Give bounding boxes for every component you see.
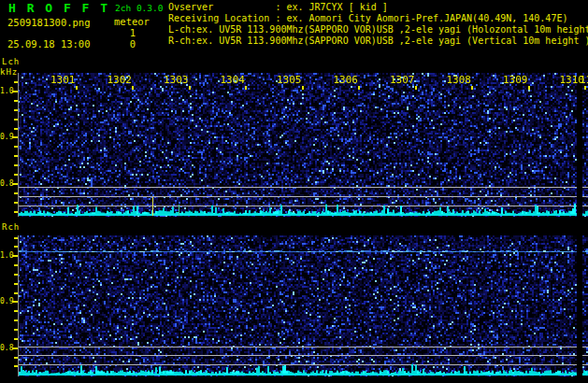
lch-freq-tick [14, 128, 18, 130]
app-title: H R O F F T [8, 1, 109, 15]
rch-freq-tick [14, 292, 18, 294]
lch-freq-label: 0.8 [0, 179, 14, 188]
rch-meteor-count: 0 [112, 38, 136, 50]
rch-freq-label: 0.9 [0, 297, 14, 305]
rch-freq-tick [14, 338, 18, 340]
rch-freq-tick [14, 329, 18, 331]
lch-freq-tick [14, 174, 18, 176]
receiver-info-line: R-ch:ex. UV5R 113.900Mhz(SAPPORO VOR)USB… [168, 35, 588, 47]
rch-freq-tick [14, 365, 18, 367]
rch-freq-tick [14, 319, 18, 321]
rch-freq-tick [14, 274, 18, 276]
freq-unit-label: kHz [0, 67, 18, 77]
time-tick [415, 86, 417, 90]
time-tick [358, 86, 360, 90]
receiver-info-line: L-ch:ex. UV5R 113.900Mhz(SAPPORO VOR)USB… [168, 24, 588, 35]
rch-freq-tick [14, 237, 18, 239]
time-label: 1305 [274, 74, 302, 86]
lch-freq-tick [14, 100, 18, 102]
lch-freq-tick [14, 119, 18, 121]
lch-panel-label: Lch [2, 57, 20, 66]
lch-freq-tick [14, 146, 18, 148]
time-tick [471, 86, 473, 90]
time-tick [302, 86, 304, 90]
rch-freq-label: 1.0 [0, 251, 14, 260]
lch-freq-tick [14, 81, 18, 83]
lch-freq-label: 1.0 [0, 87, 14, 95]
lch-freq-tick [14, 164, 18, 166]
time-tick [584, 86, 586, 90]
rch-freq-tick [14, 357, 18, 359]
time-label: 1309 [500, 74, 528, 86]
lch-spectrogram [18, 73, 588, 217]
time-label: 1307 [387, 74, 415, 86]
receiver-info-line: Ovserver : ex. JR7CYX [ kid ] [168, 2, 588, 13]
rch-panel-label: Rch [2, 222, 20, 232]
time-tick [76, 86, 78, 90]
rch-freq-label: 0.8 [0, 344, 14, 352]
time-tick [528, 86, 530, 90]
lch-freq-tick [14, 109, 18, 111]
rch-spectrogram [18, 235, 588, 376]
time-label: 1301 [48, 74, 76, 86]
time-label: 1306 [330, 74, 358, 86]
output-filename: 2509181300.png [7, 17, 91, 28]
receiver-info: Ovserver : ex. JR7CYX [ kid ]Receiving L… [168, 2, 588, 47]
rch-freq-tick [14, 283, 18, 285]
lch-meteor-count: 1 [112, 27, 136, 38]
datetime-label: 25.09.18 13:00 [7, 38, 91, 50]
rch-freq-tick [14, 246, 18, 248]
lch-freq-label: 0.9 [0, 133, 14, 141]
time-label: 1302 [104, 74, 132, 86]
time-tick [132, 86, 134, 90]
rch-freq-tick [14, 264, 18, 266]
receiver-info-line: Receiving Location : ex. Aomori City Aom… [168, 13, 588, 24]
app-version: 2ch 0.3.0 [115, 3, 163, 13]
time-label: 1308 [443, 74, 471, 86]
mode-label: meteor [114, 16, 150, 27]
time-tick [245, 86, 247, 90]
time-label: 1304 [217, 74, 245, 86]
lch-freq-tick [14, 192, 18, 194]
hrofft-window: H R O F F T 2ch 0.3.0 2509181300.png met… [0, 0, 588, 383]
time-label: 1303 [161, 74, 189, 86]
lch-freq-tick [14, 155, 18, 157]
rch-freq-tick [14, 310, 18, 312]
time-label-partial: 11 [580, 74, 588, 86]
lch-freq-tick [14, 211, 18, 213]
time-tick [189, 86, 191, 90]
lch-freq-tick [14, 202, 18, 204]
